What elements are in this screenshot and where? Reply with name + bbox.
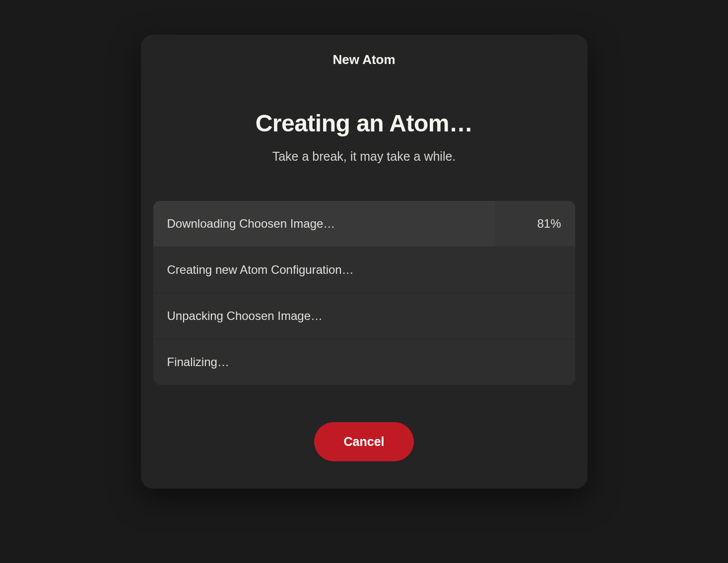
cancel-button[interactable]: Cancel xyxy=(314,422,414,461)
step-label: Finalizing… xyxy=(167,355,229,369)
dialog-header: New Atom xyxy=(153,52,575,67)
step-label: Creating new Atom Configuration… xyxy=(167,263,354,277)
progress-step-finalize: Finalizing… xyxy=(153,339,575,385)
dialog-actions: Cancel xyxy=(153,422,575,461)
main-content: Creating an Atom… Take a break, it may t… xyxy=(153,110,575,164)
progress-step-download: Downloading Choosen Image… 81% xyxy=(153,201,575,247)
step-percent: 81% xyxy=(537,217,561,231)
progress-step-config: Creating new Atom Configuration… xyxy=(153,247,575,293)
progress-step-unpack: Unpacking Choosen Image… xyxy=(153,293,575,339)
progress-steps-list: Downloading Choosen Image… 81% Creating … xyxy=(153,201,575,385)
subtitle: Take a break, it may take a while. xyxy=(153,149,575,164)
main-heading: Creating an Atom… xyxy=(153,110,575,137)
new-atom-dialog: New Atom Creating an Atom… Take a break,… xyxy=(141,35,588,489)
dialog-title: New Atom xyxy=(153,52,575,67)
step-label: Downloading Choosen Image… xyxy=(167,217,335,231)
step-label: Unpacking Choosen Image… xyxy=(167,309,323,323)
